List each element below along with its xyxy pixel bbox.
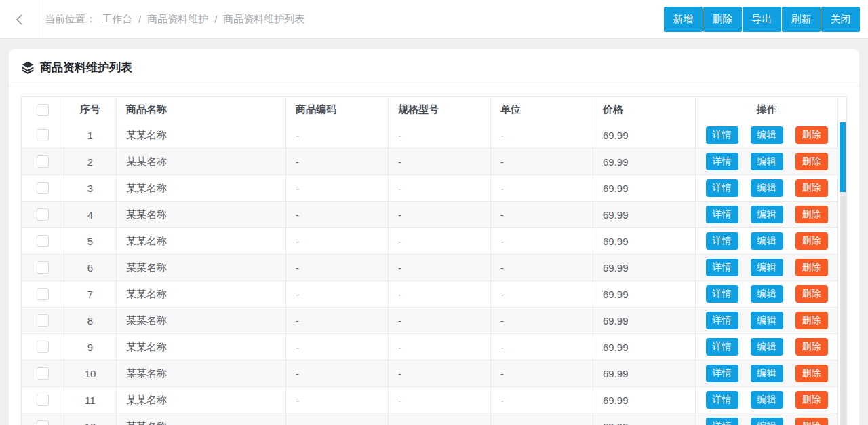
row-checkbox[interactable] [37, 394, 49, 406]
vertical-scrollbar-thumb[interactable] [840, 122, 846, 192]
row-detail-button[interactable]: 详情 [706, 153, 738, 170]
row-delete-button[interactable]: 删除 [795, 338, 828, 356]
row-checkbox[interactable] [37, 420, 49, 425]
select-all-cell [22, 97, 64, 122]
cell-price: 69.99 [593, 308, 696, 333]
row-delete-button[interactable]: 删除 [795, 418, 828, 425]
cell-index: 5 [64, 228, 117, 254]
row-detail-button[interactable]: 详情 [706, 285, 738, 303]
row-checkbox[interactable] [37, 182, 49, 194]
row-detail-button[interactable]: 详情 [706, 232, 738, 250]
row-delete-button[interactable]: 删除 [795, 259, 828, 276]
cell-index: 6 [64, 255, 117, 280]
row-edit-button[interactable]: 编辑 [751, 312, 783, 329]
row-checkbox[interactable] [37, 288, 49, 300]
row-checkbox[interactable] [37, 367, 49, 380]
row-delete-button[interactable]: 删除 [795, 179, 828, 197]
cell-code: - [286, 413, 389, 425]
row-checkbox[interactable] [37, 208, 49, 221]
cell-index: 7 [64, 281, 117, 307]
cell-unit: - [491, 202, 593, 227]
row-detail-button[interactable]: 详情 [706, 259, 738, 276]
row-detail-button[interactable]: 详情 [706, 206, 738, 223]
row-select-cell [22, 255, 64, 280]
row-checkbox[interactable] [37, 261, 49, 274]
row-edit-button[interactable]: 编辑 [751, 153, 783, 170]
row-detail-button[interactable]: 详情 [706, 338, 738, 356]
cell-index: 8 [64, 308, 117, 333]
row-detail-button[interactable]: 详情 [706, 126, 738, 144]
cell-unit: - [491, 228, 593, 254]
row-delete-button[interactable]: 删除 [795, 232, 828, 250]
delete-button[interactable]: 删除 [703, 7, 742, 32]
topbar: 当前位置： 工作台 / 商品资料维护 / 商品资料维护列表 新增 删除 导出 刷… [0, 0, 868, 39]
row-checkbox[interactable] [37, 314, 49, 327]
row-select-cell [22, 361, 64, 386]
add-button[interactable]: 新增 [664, 7, 703, 32]
row-detail-button[interactable]: 详情 [706, 365, 738, 382]
close-button[interactable]: 关闭 [821, 7, 860, 32]
breadcrumb-separator: / [214, 14, 217, 25]
product-table: 序号 商品名称 商品编码 规格型号 单位 价格 操作 1 某某名称 - - - … [21, 96, 847, 425]
chevron-left-icon [15, 14, 24, 26]
cell-unit: - [491, 387, 593, 413]
row-delete-button[interactable]: 删除 [795, 126, 828, 144]
row-select-cell [22, 228, 64, 254]
topbar-separator [39, 0, 39, 39]
row-checkbox[interactable] [37, 129, 49, 141]
cell-unit: - [491, 308, 593, 333]
row-edit-button[interactable]: 编辑 [751, 285, 783, 303]
row-detail-button[interactable]: 详情 [706, 312, 738, 329]
row-edit-button[interactable]: 编辑 [751, 418, 783, 425]
table-row: 10 某某名称 - - - 69.99 详情 编辑 删除 [22, 361, 838, 387]
cell-index: 12 [64, 413, 117, 425]
select-all-checkbox[interactable] [37, 104, 49, 116]
column-header-spec: 规格型号 [389, 97, 491, 122]
row-edit-button[interactable]: 编辑 [751, 338, 783, 356]
row-delete-button[interactable]: 删除 [795, 285, 828, 303]
cell-unit: - [491, 122, 593, 148]
row-delete-button[interactable]: 删除 [795, 153, 828, 170]
row-checkbox[interactable] [37, 155, 49, 168]
cell-name: 某某名称 [117, 202, 286, 227]
row-edit-button[interactable]: 编辑 [751, 126, 783, 144]
back-button[interactable] [0, 0, 39, 39]
row-detail-button[interactable]: 详情 [706, 179, 738, 197]
vertical-scrollbar-track[interactable] [840, 122, 846, 425]
breadcrumb-item-workbench[interactable]: 工作台 [102, 13, 132, 26]
cell-price: 69.99 [593, 255, 696, 280]
cell-action: 详情 编辑 删除 [696, 387, 838, 413]
row-edit-button[interactable]: 编辑 [751, 206, 783, 223]
row-checkbox[interactable] [37, 235, 49, 247]
cell-action: 详情 编辑 删除 [696, 308, 838, 333]
refresh-button[interactable]: 刷新 [782, 7, 821, 32]
row-detail-button[interactable]: 详情 [706, 418, 738, 425]
cell-name: 某某名称 [117, 175, 286, 201]
breadcrumb-item-maintenance[interactable]: 商品资料维护 [147, 13, 208, 26]
row-delete-button[interactable]: 删除 [795, 391, 828, 409]
row-delete-button[interactable]: 删除 [795, 365, 828, 382]
row-select-cell [22, 175, 64, 201]
cell-code: - [286, 202, 389, 227]
row-delete-button[interactable]: 删除 [795, 312, 828, 329]
row-select-cell [22, 281, 64, 307]
table-row: 7 某某名称 - - - 69.99 详情 编辑 删除 [22, 281, 838, 308]
row-edit-button[interactable]: 编辑 [751, 391, 783, 409]
cell-spec: - [389, 255, 491, 280]
cell-name: 某某名称 [117, 334, 286, 360]
row-edit-button[interactable]: 编辑 [751, 179, 783, 197]
export-button[interactable]: 导出 [743, 7, 781, 32]
row-edit-button[interactable]: 编辑 [751, 232, 783, 250]
cell-unit: - [491, 149, 593, 174]
breadcrumb-separator: / [138, 14, 141, 25]
cell-unit: - [491, 175, 593, 201]
cell-name: 某某名称 [117, 361, 286, 386]
table-body: 1 某某名称 - - - 69.99 详情 编辑 删除 2 某某名称 - - -… [22, 122, 846, 425]
row-delete-button[interactable]: 删除 [795, 206, 828, 223]
row-checkbox[interactable] [37, 341, 49, 353]
row-edit-button[interactable]: 编辑 [751, 365, 783, 382]
cell-price: 69.99 [593, 387, 696, 413]
row-edit-button[interactable]: 编辑 [751, 259, 783, 276]
row-detail-button[interactable]: 详情 [706, 391, 738, 409]
breadcrumb-item-list[interactable]: 商品资料维护列表 [223, 13, 304, 26]
